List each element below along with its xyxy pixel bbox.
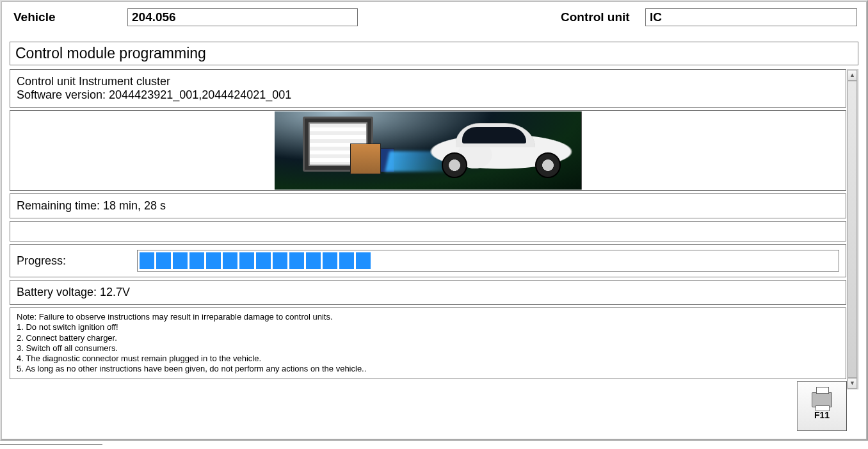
progress-segment [789,252,803,269]
progress-segment [206,252,221,269]
control-unit-value: IC [645,8,857,26]
scroll-down-arrow[interactable]: ▼ [848,378,857,389]
progress-segment [140,252,154,269]
progress-segment [739,252,753,269]
notes-panel: Note: Failure to observe instructions ma… [10,307,846,379]
progress-segment [189,252,204,269]
f11-print-button[interactable]: F11 [797,381,847,431]
remaining-time-panel: Remaining time: 18 min, 28 s [10,193,846,218]
vehicle-label: Vehicle [13,10,127,24]
progress-segment [356,252,371,269]
progress-label: Progress: [17,254,137,268]
progress-segment [522,252,537,269]
progress-segment [689,252,703,269]
software-version: Software version: 2044423921_001,2044424… [17,88,839,102]
progress-bar [137,250,839,272]
progress-segment [156,252,171,269]
progress-segment [472,252,487,269]
progress-segment [822,252,837,269]
progress-segment [489,252,504,269]
f11-label: F11 [814,410,830,420]
scroll-up-arrow[interactable]: ▲ [848,70,857,81]
progress-segment [622,252,637,269]
control-unit-label: Control unit [561,10,645,24]
progress-segment [705,252,720,269]
progress-segment [306,252,321,269]
note-header: Note: Failure to observe instructions ma… [17,312,839,322]
progress-segment [539,252,554,269]
info-panel: Control unit Instrument cluster Software… [10,69,846,108]
progress-segment [639,252,654,269]
progress-segment [289,252,304,269]
control-unit-name: Control unit Instrument cluster [17,75,839,88]
page-title: Control module programming [10,42,858,65]
empty-panel [10,221,846,241]
progress-segment [406,252,421,269]
progress-segment [572,252,587,269]
progress-segment [389,252,404,269]
progress-segment [223,252,237,269]
progress-segment [506,252,520,269]
scroll-thumb[interactable] [848,81,857,378]
progress-segment [589,252,604,269]
note-item: 1. Do not switch ignition off! [17,322,839,332]
progress-segment [373,252,387,269]
progress-segment [239,252,254,269]
diagnostic-image-panel [10,110,846,191]
vehicle-value: 204.056 [127,8,358,26]
progress-segment [323,252,337,269]
header-row: Vehicle 204.056 Control unit IC [7,6,861,29]
battery-voltage-panel: Battery voltage: 12.7V [10,280,846,305]
progress-segment [273,252,287,269]
vertical-scrollbar[interactable]: ▲ ▼ [847,69,858,389]
progress-segment [556,252,570,269]
progress-segment [672,252,687,269]
progress-segment [173,252,188,269]
progress-segment [456,252,470,269]
progress-segment [655,252,670,269]
progress-segment [772,252,787,269]
progress-segment [439,252,454,269]
note-item: 5. As long as no other instructions have… [17,364,839,374]
diagnostic-car-image [275,111,582,190]
progress-segment [805,252,820,269]
progress-panel: Progress: [10,244,846,277]
progress-segment [755,252,770,269]
progress-segment [339,252,354,269]
printer-icon [812,392,832,407]
note-item: 4. The diagnostic connector must remain … [17,354,839,364]
progress-segment [722,252,737,269]
note-item: 3. Switch off all consumers. [17,343,839,354]
progress-segment [606,252,620,269]
note-item: 2. Connect battery charger. [17,333,839,343]
status-bar-stub [0,444,102,449]
progress-segment [422,252,437,269]
progress-segment [256,252,271,269]
